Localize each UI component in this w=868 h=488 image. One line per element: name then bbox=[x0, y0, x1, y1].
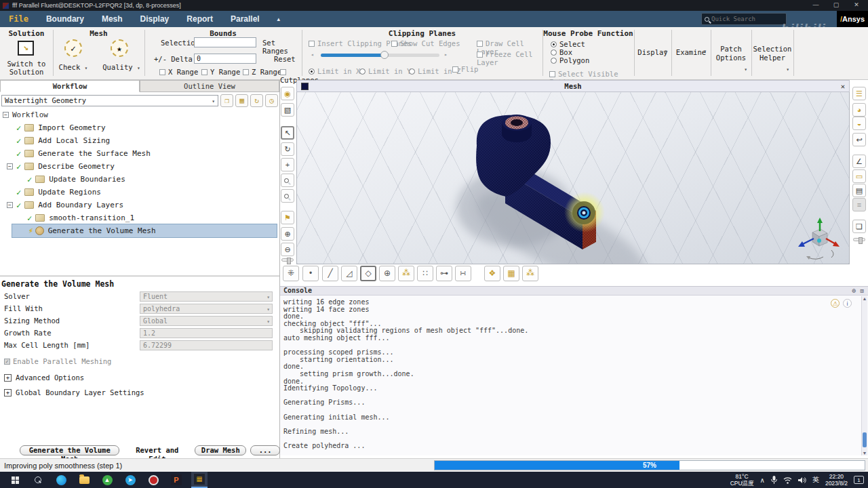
green-app-button[interactable]: ▲ bbox=[99, 472, 115, 488]
quality-button[interactable]: Quality ▾ bbox=[99, 63, 144, 71]
warning-icon[interactable]: ⚠ bbox=[831, 299, 840, 308]
color-zones-icon[interactable]: ◕ bbox=[852, 103, 866, 117]
left-toolbar-slider[interactable] bbox=[281, 258, 294, 262]
slider-left-icon[interactable]: ◂ bbox=[311, 52, 314, 58]
axis-tool-icon[interactable]: ⁜ bbox=[283, 266, 299, 281]
right-toolbar-slider[interactable] bbox=[853, 238, 865, 241]
microphone-icon[interactable] bbox=[771, 476, 777, 484]
taskbar-search-button[interactable] bbox=[30, 472, 46, 488]
tree-item-generate-volume-mesh[interactable]: ⚡Generate the Volume Mesh bbox=[12, 224, 277, 237]
display-dropdown[interactable]: Display▾ bbox=[634, 30, 671, 76]
reset-button[interactable]: Reset bbox=[274, 55, 296, 63]
recorder-button[interactable] bbox=[145, 472, 161, 488]
plane-tool-icon[interactable]: ◇ bbox=[360, 266, 376, 281]
tree-item-import-geometry[interactable]: ✓Import Geometry bbox=[0, 121, 279, 134]
selection-input[interactable] bbox=[194, 37, 256, 47]
quick-search[interactable] bbox=[701, 13, 787, 25]
perspective-cube-icon[interactable]: ▧ bbox=[281, 103, 294, 117]
limit-x-radio[interactable]: Limit in X bbox=[309, 67, 360, 75]
axes-plot-icon[interactable]: ∠ bbox=[852, 155, 866, 168]
open-workflow-icon[interactable]: ❐ bbox=[220, 94, 233, 107]
copy-view-icon[interactable]: ❏ bbox=[852, 220, 866, 233]
box-zones-icon[interactable]: ▦ bbox=[503, 266, 519, 281]
collapse-icon[interactable]: − bbox=[7, 163, 13, 169]
enable-parallel-meshing-checkbox[interactable]: ✓Enable Parallel Meshing bbox=[4, 355, 279, 367]
telegram-button[interactable]: ➤ bbox=[122, 472, 138, 488]
document-icon[interactable]: ▤ bbox=[852, 184, 866, 197]
collapse-icon[interactable]: − bbox=[7, 202, 13, 208]
link-points-icon[interactable]: ⊶ bbox=[436, 266, 452, 281]
console-options-icon[interactable]: ⊙ bbox=[852, 287, 856, 295]
patch-options-dropdown[interactable]: Patch Options▾ bbox=[711, 30, 751, 76]
help-icon[interactable]: ◷ bbox=[265, 94, 278, 107]
probe-tool-icon[interactable]: ▭ bbox=[852, 169, 866, 183]
tab-outline-view[interactable]: Outline View bbox=[140, 80, 279, 92]
search-input[interactable] bbox=[711, 16, 779, 22]
tree-root[interactable]: − Workflow bbox=[0, 108, 279, 121]
tree-item-update-regions[interactable]: ✓Update Regions bbox=[0, 186, 279, 199]
pycharm-button[interactable]: P bbox=[168, 472, 184, 488]
info-icon[interactable]: i bbox=[843, 299, 852, 308]
undo-view-icon[interactable]: ↩ bbox=[852, 133, 866, 146]
angle-tool-icon[interactable]: ◿ bbox=[341, 266, 357, 281]
menu-boundary[interactable]: Boundary bbox=[37, 14, 93, 24]
file-explorer-button[interactable] bbox=[76, 472, 92, 488]
console-scrollbar[interactable]: ▲ ▼ bbox=[861, 296, 867, 455]
grid-points-icon[interactable]: ∷ bbox=[417, 266, 433, 281]
notification-center[interactable]: 1 bbox=[854, 476, 864, 484]
check-mesh-icon[interactable]: ✓ bbox=[64, 39, 82, 57]
y-range-checkbox[interactable]: Y Range bbox=[201, 68, 240, 76]
tree-item-describe-geometry[interactable]: − ✓Describe Geometry bbox=[0, 160, 279, 173]
switch-to-solution-button[interactable]: Switch to Solution bbox=[0, 60, 53, 76]
zoom-in-icon[interactable]: ⊕ bbox=[281, 227, 294, 241]
freeze-cell-layer-checkbox[interactable]: Freeze Cell Layer bbox=[477, 50, 542, 66]
quality-icon[interactable]: ★ bbox=[111, 39, 128, 57]
menu-display[interactable]: Display bbox=[132, 14, 178, 24]
pan-view-icon[interactable]: + bbox=[281, 158, 294, 171]
rotate-view-icon[interactable]: ↻ bbox=[281, 142, 294, 156]
tree-item-add-boundary-layers[interactable]: − ✓Add Boundary Layers bbox=[0, 199, 279, 211]
advanced-options-expander[interactable]: +Advanced Options bbox=[4, 371, 279, 384]
tree-item-smooth-transition[interactable]: ✓smooth-transition_1 bbox=[0, 211, 279, 224]
check-button[interactable]: Check ▾ bbox=[53, 63, 94, 71]
save-workflow-icon[interactable]: ▦ bbox=[235, 94, 248, 107]
collapse-icon[interactable]: − bbox=[3, 112, 9, 118]
flip-checkbox[interactable]: Flip bbox=[452, 65, 478, 73]
slider-knob[interactable] bbox=[380, 51, 389, 59]
menu-file[interactable]: File bbox=[0, 14, 37, 24]
tray-expand-icon[interactable]: ∧ bbox=[760, 476, 765, 484]
console-detach-icon[interactable]: ⊡ bbox=[861, 287, 864, 295]
workflow-type-select[interactable]: Watertight Geometry▾ bbox=[1, 95, 218, 106]
probe-polygon-radio[interactable]: Polygon bbox=[551, 56, 589, 64]
collapse-ribbon-icon[interactable]: ▴ bbox=[269, 16, 289, 22]
probe-box-radio[interactable]: Box bbox=[551, 48, 572, 56]
scrollbar-thumb[interactable] bbox=[863, 432, 867, 447]
global-boundary-layer-expander[interactable]: +Global Boundary Layer Settings bbox=[4, 386, 279, 399]
tree-item-add-local-sizing[interactable]: ✓Add Local Sizing bbox=[0, 134, 279, 147]
menu-mesh[interactable]: Mesh bbox=[93, 14, 132, 24]
mesh-display-icon[interactable]: ◉ bbox=[281, 87, 294, 100]
balls-display-icon[interactable]: ⁂ bbox=[398, 266, 414, 281]
minimize-button[interactable]: — bbox=[806, 0, 826, 11]
fill-with-select[interactable]: polyhedra▾ bbox=[140, 304, 273, 314]
max-cell-length-input[interactable]: 6.72299 bbox=[140, 340, 273, 350]
close-graphics-icon[interactable]: ✕ bbox=[841, 81, 845, 92]
growth-rate-input[interactable]: 1.2 bbox=[140, 328, 273, 338]
flag-icon[interactable]: ⚑ bbox=[281, 211, 294, 224]
x-range-checkbox[interactable]: X Range bbox=[159, 68, 198, 76]
magnify-icon[interactable] bbox=[281, 189, 294, 203]
draw-mesh-button[interactable]: Draw Mesh ▾ bbox=[195, 445, 246, 455]
examine-dropdown[interactable]: Examine▾ bbox=[671, 30, 711, 76]
zone-layers-icon[interactable]: ☰ bbox=[852, 87, 866, 100]
zoom-select-icon[interactable] bbox=[281, 174, 294, 187]
more-button[interactable]: ... ▾ bbox=[250, 445, 280, 455]
generate-volume-mesh-button[interactable]: Generate the Volume Mesh bbox=[20, 445, 119, 455]
tree-item-update-boundaries[interactable]: ✓Update Boundaries bbox=[0, 173, 279, 186]
tree-item-generate-surface-mesh[interactable]: ✓Generate the Surface Mesh bbox=[0, 147, 279, 160]
graphics-canvas[interactable] bbox=[296, 92, 850, 264]
zoom-out-icon[interactable]: ⊖ bbox=[281, 243, 294, 256]
slider-right-icon[interactable]: ▸ bbox=[444, 52, 448, 58]
start-button[interactable] bbox=[7, 472, 23, 488]
sphere-tool-icon[interactable]: ⊕ bbox=[379, 266, 395, 281]
maximize-button[interactable]: ▢ bbox=[826, 0, 846, 11]
